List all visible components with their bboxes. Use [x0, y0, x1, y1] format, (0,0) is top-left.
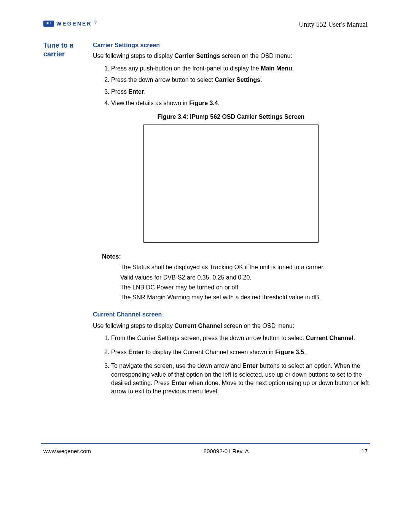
text-run: .	[144, 88, 145, 95]
text-bold: Main Menu	[261, 65, 292, 72]
brand-logo: WEGENER ®	[43, 21, 97, 27]
text-run: .	[354, 335, 355, 341]
page-header: WEGENER ® Unity 552 User's Manual	[43, 21, 368, 32]
text-run: Use following steps to display	[93, 53, 174, 59]
text-bold: Current Channel	[174, 323, 222, 329]
step-item: View the details as shown in Figure 3.4.	[111, 99, 369, 107]
section-heading-carrier-settings: Carrier Settings screen	[93, 41, 369, 50]
section-heading-current-channel: Current Channel screen	[93, 310, 369, 319]
document-title: Unity 552 User's Manual	[299, 21, 368, 29]
note-line: The SNR Margin Warning may be set with a…	[120, 293, 369, 302]
main-content: Carrier Settings screen Use following st…	[93, 41, 369, 401]
margin-heading: Tune to a carrier	[43, 41, 92, 401]
notes-label: Notes:	[102, 252, 369, 261]
text-bold: Enter	[128, 88, 144, 95]
text-run: Press any push-button on the front-panel…	[111, 65, 261, 72]
step-item: Press any push-button on the front-panel…	[111, 64, 369, 73]
text-run: screen on the OSD menu:	[222, 323, 294, 329]
figure-box	[143, 125, 319, 243]
text-run: to display the Current Channel screen sh…	[144, 349, 275, 355]
text-run: Press the down arrow button to select	[111, 77, 215, 83]
footer-url: www.wegener.com	[43, 448, 91, 454]
step-item: From the Carrier Settings screen, press …	[111, 334, 369, 342]
text-run: .	[304, 349, 306, 355]
registered-mark-icon: ®	[94, 20, 97, 24]
text-bold: Enter	[171, 380, 187, 386]
note-line: The LNB DC Power may be turned on or off…	[120, 283, 369, 292]
page: WEGENER ® Unity 552 User's Manual Tune t…	[0, 0, 411, 532]
text-run: screen on the OSD menu:	[220, 53, 292, 59]
text-bold: Enter	[128, 349, 144, 355]
page-footer: www.wegener.com 800092-01 Rev. A 17	[43, 448, 368, 454]
text-run: From the Carrier Settings screen, press …	[111, 335, 306, 341]
step-item: To navigate the screen, use the down arr…	[111, 362, 369, 396]
brand-badge-icon	[43, 21, 54, 27]
intro-paragraph: Use following steps to display Carrier S…	[93, 52, 369, 60]
text-bold: Enter	[242, 363, 258, 369]
text-run: Press	[111, 349, 128, 355]
footer-page-number: 17	[361, 448, 368, 454]
intro-paragraph-2: Use following steps to display Current C…	[93, 322, 369, 330]
footer-rule	[41, 443, 370, 444]
note-line: The Status shall be displayed as Trackin…	[120, 263, 369, 272]
step-item: Press Enter.	[111, 88, 369, 96]
text-run: To navigate the screen, use the down arr…	[111, 363, 242, 369]
note-line: Valid values for DVB-S2 are 0.35, 0.25 a…	[120, 273, 369, 282]
footer-docnum: 800092-01 Rev. A	[204, 448, 249, 454]
step-item: Press the down arrow button to select Ca…	[111, 76, 369, 84]
notes-body: The Status shall be displayed as Trackin…	[120, 263, 369, 302]
text-bold: Carrier Settings	[174, 53, 220, 59]
text-run: .	[218, 100, 220, 106]
text-bold: Figure 3.5	[275, 349, 304, 355]
text-bold: Figure 3.4	[189, 100, 218, 106]
text-bold: Current Channel	[306, 335, 353, 341]
steps-list-2: From the Carrier Settings screen, press …	[93, 334, 369, 396]
step-item: Press Enter to display the Current Chann…	[111, 348, 369, 356]
text-bold: Carrier Settings	[215, 77, 260, 83]
figure-caption: Figure 3.4: iPump 562 OSD Carrier Settin…	[93, 113, 369, 121]
text-run: Press	[111, 88, 128, 95]
text-run: Use following steps to display	[93, 323, 174, 329]
brand-text: WEGENER	[56, 21, 92, 27]
steps-list: Press any push-button on the front-panel…	[93, 64, 369, 108]
page-body: Tune to a carrier Carrier Settings scree…	[43, 41, 369, 401]
text-run: View the details as shown in	[111, 100, 189, 106]
text-run: .	[260, 77, 262, 83]
text-run: .	[292, 65, 294, 72]
